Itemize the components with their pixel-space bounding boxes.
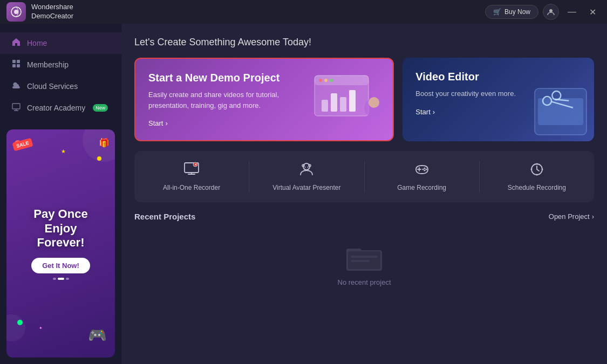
titlebar-controls: 🛒 Buy Now — ✕ <box>485 4 601 20</box>
svg-point-12 <box>330 79 333 82</box>
empty-projects-section: No recent project <box>134 230 594 292</box>
svg-rect-14 <box>331 93 337 112</box>
tool-avatar[interactable]: Virtual Avatar Presenter <box>249 156 364 197</box>
sidebar-item-cloud-services[interactable]: Cloud Services <box>0 75 121 97</box>
main-layout: Home Membership <box>0 24 607 364</box>
svg-point-10 <box>319 79 322 82</box>
tools-row: All-in-One Recorder Virtual Avatar Pre <box>134 151 594 202</box>
avatar-presenter-icon <box>298 162 315 180</box>
main-content: Let's Create Something Awesome Today! St… <box>121 24 607 364</box>
demo-card-desc: Easily create and share videos for tutor… <box>148 90 289 111</box>
recent-projects-header: Recent Projects Open Project › <box>134 212 594 221</box>
titlebar: Wondershare DemoCreator 🛒 Buy Now — ✕ <box>0 0 607 24</box>
empty-projects-text: No recent project <box>338 278 391 286</box>
sidebar-item-creator-academy[interactable]: Creator Academy New <box>0 97 121 119</box>
game-recording-label: Game Recording <box>397 184 446 191</box>
svg-rect-4 <box>17 60 20 63</box>
promo-button[interactable]: Get It Now! <box>31 258 90 273</box>
svg-rect-47 <box>351 260 370 262</box>
app-branding: Wondershare DemoCreator <box>6 2 73 22</box>
sidebar: Home Membership <box>0 24 121 364</box>
svg-point-42 <box>530 169 532 170</box>
svg-point-43 <box>541 169 543 170</box>
editor-card-illustration <box>534 87 588 136</box>
empty-folder-icon <box>345 241 383 273</box>
demo-card-illustration <box>312 73 387 138</box>
membership-icon <box>11 59 22 70</box>
recent-projects-title: Recent Projects <box>134 212 195 221</box>
nav-section: Home Membership <box>0 24 121 123</box>
svg-point-11 <box>324 79 328 82</box>
page-greeting: Let's Create Something Awesome Today! <box>134 37 594 48</box>
avatar-label: Virtual Avatar Presenter <box>272 184 340 191</box>
gamepad-icon <box>414 162 430 180</box>
svg-point-36 <box>425 169 427 170</box>
svg-rect-15 <box>340 97 346 112</box>
demo-project-card[interactable]: Start a New Demo Project Easily create a… <box>134 58 394 141</box>
minimize-button[interactable]: — <box>563 5 581 19</box>
svg-point-2 <box>549 9 553 12</box>
home-icon <box>11 38 22 49</box>
home-label: Home <box>27 39 47 47</box>
svg-rect-5 <box>12 64 16 67</box>
svg-rect-6 <box>17 64 20 67</box>
svg-rect-46 <box>351 256 378 258</box>
progress-dots <box>53 278 69 280</box>
svg-point-1 <box>14 10 18 14</box>
buy-now-button[interactable]: 🛒 Buy Now <box>485 5 538 19</box>
dot-2 <box>58 278 64 280</box>
svg-rect-20 <box>538 98 583 125</box>
sidebar-item-home[interactable]: Home <box>0 32 121 54</box>
creator-academy-label: Creator Academy <box>27 104 85 112</box>
editor-start-arrow-icon: › <box>433 108 435 116</box>
svg-rect-9 <box>315 75 369 85</box>
app-logo <box>6 2 26 22</box>
membership-label: Membership <box>27 60 69 69</box>
svg-rect-3 <box>12 60 16 63</box>
close-button[interactable]: ✕ <box>585 5 601 19</box>
svg-rect-7 <box>12 104 20 109</box>
sidebar-item-membership[interactable]: Membership <box>0 54 121 75</box>
open-project-arrow-icon: › <box>592 212 594 221</box>
all-in-one-label: All-in-One Recorder <box>163 184 220 191</box>
svg-point-41 <box>536 174 537 176</box>
svg-rect-16 <box>349 90 356 112</box>
svg-point-32 <box>308 167 309 168</box>
tool-all-in-one[interactable]: All-in-One Recorder <box>134 156 249 197</box>
video-editor-card[interactable]: Video Editor Boost your creativity even … <box>403 58 594 141</box>
cart-icon: 🛒 <box>493 8 501 16</box>
new-badge: New <box>93 104 108 112</box>
cloud-icon <box>11 81 22 92</box>
svg-point-18 <box>369 97 379 108</box>
open-project-link[interactable]: Open Project › <box>549 212 594 221</box>
editor-card-title: Video Editor <box>415 71 581 83</box>
academy-icon <box>11 102 22 113</box>
dot-3 <box>66 278 69 280</box>
svg-point-38 <box>422 169 424 170</box>
clock-icon <box>529 162 545 180</box>
tool-schedule[interactable]: Schedule Recording <box>480 156 594 197</box>
svg-rect-27 <box>195 164 196 166</box>
app-name: Wondershare DemoCreator <box>31 3 73 21</box>
dot-1 <box>53 278 56 280</box>
svg-point-31 <box>305 167 306 168</box>
svg-point-37 <box>424 170 425 171</box>
monitor-icon <box>183 162 200 180</box>
hero-cards-row: Start a New Demo Project Easily create a… <box>134 58 594 141</box>
tool-game[interactable]: Game Recording <box>365 156 479 197</box>
start-arrow-icon: › <box>165 119 167 127</box>
promo-title: Pay Once Enjoy Forever! <box>33 207 87 250</box>
promo-banner[interactable]: SALE 🎮 🎁 ★ ✦ Pay Once Enjoy Forever! Get… <box>6 129 115 358</box>
schedule-recording-label: Schedule Recording <box>508 184 566 191</box>
svg-rect-13 <box>322 100 328 112</box>
svg-point-40 <box>536 163 537 165</box>
cloud-services-label: Cloud Services <box>27 82 78 91</box>
user-account-button[interactable] <box>543 4 559 20</box>
svg-point-35 <box>424 168 425 169</box>
